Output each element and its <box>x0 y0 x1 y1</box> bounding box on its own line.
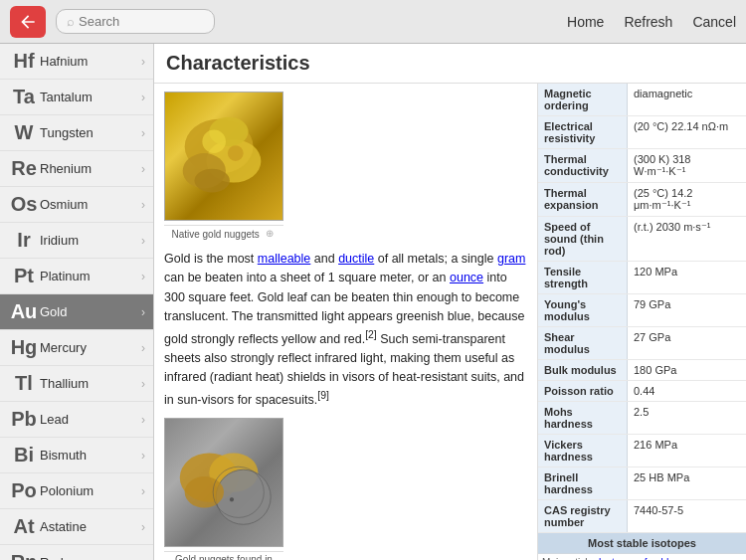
sidebar-item-tantalum[interactable]: Ta Tantalum › <box>0 80 153 115</box>
prop-shear: Shear modulus 27 GPa <box>538 327 746 360</box>
prop-vickers: Vickers hardness 216 MPa <box>538 435 746 467</box>
prop-speed-sound: Speed of sound (thin rod) (r.t.) 2030 m·… <box>538 217 746 262</box>
sidebar-item-bismuth[interactable]: Bi Bismuth › <box>0 438 153 473</box>
sidebar-item-osmium[interactable]: Os Osmium › <box>0 187 153 223</box>
back-button[interactable] <box>10 6 46 38</box>
sidebar-item-tungsten[interactable]: W Tungsten › <box>0 115 153 151</box>
svg-point-6 <box>195 169 230 193</box>
search-icon: ⌕ <box>67 14 75 29</box>
gold-nuggets-arizona-image[interactable]: ● <box>164 418 283 547</box>
sidebar-item-iridium[interactable]: Ir Iridium › <box>0 223 153 259</box>
prop-mohs: Mohs hardness 2.5 <box>538 402 746 435</box>
gram-link[interactable]: gram <box>497 252 525 266</box>
search-input[interactable] <box>79 14 204 29</box>
sidebar-item-gold[interactable]: Au Gold › <box>0 294 153 330</box>
malleable-link[interactable]: malleable <box>258 252 311 266</box>
page-title: Characteristics <box>166 52 734 75</box>
nav-buttons: Home Refresh Cancel <box>567 14 736 30</box>
prop-brinell: Brinell hardness 25 HB MPa <box>538 467 746 500</box>
article-body: Native gold nuggets ⊕ Gold is the most m… <box>154 84 537 560</box>
prop-resistivity: Electrical resistivity (20 °C) 22.14 nΩ·… <box>538 116 746 149</box>
sidebar: Hf Hafnium › Ta Tantalum › W Tungsten › … <box>0 44 154 560</box>
isotopes-section-header: Most stable isotopes <box>538 533 746 554</box>
sidebar-item-polonium[interactable]: Po Polonium › <box>0 473 153 509</box>
image-2-caption: Gold nuggets found in Arizona Arizona ⊕ <box>164 551 283 560</box>
ductile-link[interactable]: ductile <box>338 252 374 266</box>
sidebar-item-astatine[interactable]: At Astatine › <box>0 509 153 545</box>
prop-bulk: Bulk modulus 180 GPa <box>538 360 746 381</box>
search-box[interactable]: ⌕ <box>56 9 215 34</box>
article-text-1: Gold is the most malleable and ductile o… <box>164 250 527 410</box>
sidebar-item-lead[interactable]: Pb Lead › <box>0 402 153 438</box>
sidebar-item-rhenium[interactable]: Re Rhenium › <box>0 151 153 187</box>
svg-point-11 <box>185 476 224 507</box>
prop-youngs: Young's modulus 79 GPa <box>538 294 746 327</box>
article-images: Native gold nuggets ⊕ <box>164 92 527 242</box>
svg-text:●: ● <box>229 493 235 504</box>
prop-poisson: Poisson ratio 0.44 <box>538 381 746 402</box>
image-2-container: ● Gold nuggets found in Arizona Arizona … <box>164 418 283 560</box>
svg-point-9 <box>216 470 271 525</box>
prop-thermal-cond: Thermal conductivity (300 K) 318 W·m⁻¹·K… <box>538 149 746 183</box>
svg-point-4 <box>202 129 226 153</box>
prop-cas: CAS registry number 7440-57-5 <box>538 500 746 533</box>
cancel-button[interactable]: Cancel <box>692 14 736 30</box>
home-button[interactable]: Home <box>567 14 604 30</box>
sidebar-item-mercury[interactable]: Hg Mercury › <box>0 330 153 366</box>
sidebar-item-platinum[interactable]: Pt Platinum › <box>0 259 153 294</box>
expand-icon-1[interactable]: ⊕ <box>263 228 277 242</box>
prop-magnetic: Magnetic ordering diamagnetic <box>538 84 746 116</box>
refresh-button[interactable]: Refresh <box>624 14 672 30</box>
sidebar-item-radon[interactable]: Rn Radon › <box>0 545 153 560</box>
gold-nuggets-image[interactable] <box>164 92 283 221</box>
main-layout: Hf Hafnium › Ta Tantalum › W Tungsten › … <box>0 44 746 560</box>
content-area: Characteristics <box>154 44 746 560</box>
prop-thermal-exp: Thermal expansion (25 °C) 14.2 μm·m⁻¹·K⁻… <box>538 183 746 217</box>
prop-tensile: Tensile strength 120 MPa <box>538 262 746 294</box>
top-bar: ⌕ Home Refresh Cancel <box>0 0 746 44</box>
image-1-container: Native gold nuggets ⊕ <box>164 92 283 242</box>
ounce-link[interactable]: ounce <box>450 271 483 284</box>
isotopes-main-article: Main article: Isotopes of gold <box>538 554 746 560</box>
sidebar-item-thallium[interactable]: Tl Thallium › <box>0 366 153 402</box>
image-1-caption: Native gold nuggets ⊕ <box>164 225 283 242</box>
sidebar-item-hafnium[interactable]: Hf Hafnium › <box>0 44 153 80</box>
svg-point-5 <box>228 145 244 161</box>
content-header: Characteristics <box>154 44 746 84</box>
properties-panel: Magnetic ordering diamagnetic Electrical… <box>537 84 746 560</box>
